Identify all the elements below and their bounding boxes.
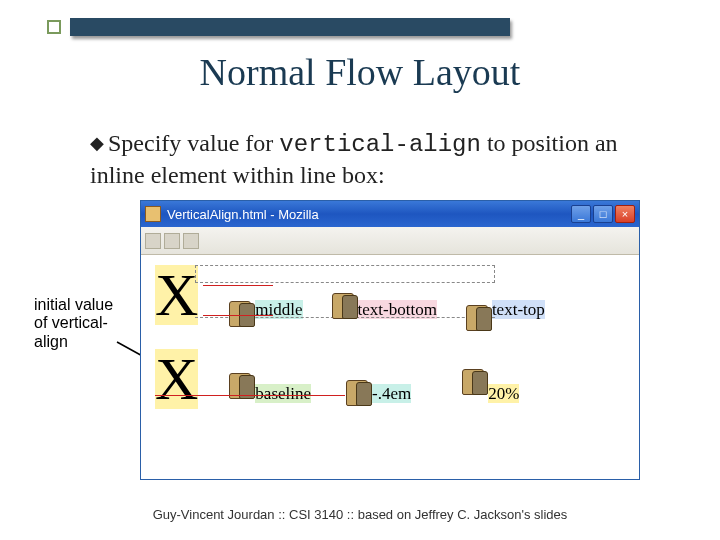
close-button[interactable]: × — [615, 205, 635, 223]
window-controls: _ □ × — [571, 205, 635, 223]
browser-window: VerticalAlign.html - Mozilla _ □ × X mid… — [140, 200, 640, 480]
bag-icon — [227, 295, 255, 327]
big-x: X — [155, 349, 198, 409]
bag-icon — [330, 287, 358, 319]
bullet-marker: ◆ — [90, 133, 104, 153]
bullet-text: ◆Specify value for vertical-align to pos… — [90, 128, 650, 190]
maximize-button[interactable]: □ — [593, 205, 613, 223]
label-baseline: baseline — [255, 384, 311, 403]
bullet-pre: Specify value for — [108, 130, 279, 156]
label-minus-em: -.4em — [372, 384, 411, 403]
window-titlebar: VerticalAlign.html - Mozilla _ □ × — [141, 201, 639, 227]
side-annotation: initial value of vertical-align — [34, 296, 114, 351]
browser-toolbar — [141, 227, 639, 255]
label-middle: middle — [255, 300, 302, 319]
toolbar-button[interactable] — [183, 233, 199, 249]
bullet-code: vertical-align — [279, 131, 481, 158]
slide-footer: Guy-Vincent Jourdan :: CSI 3140 :: based… — [0, 507, 720, 522]
bag-icon — [460, 363, 488, 395]
bag-icon — [344, 374, 372, 406]
example-row-2: X baseline -.4em 20% — [155, 349, 625, 419]
window-title: VerticalAlign.html - Mozilla — [167, 207, 571, 222]
example-row-1: X middle text-bottom text-top — [155, 265, 625, 335]
accent-bar — [70, 18, 510, 36]
accent-square — [47, 20, 61, 34]
label-text-top: text-top — [492, 300, 545, 319]
label-percent: 20% — [488, 384, 519, 403]
toolbar-button[interactable] — [164, 233, 180, 249]
bag-icon — [227, 367, 255, 399]
label-text-bottom: text-bottom — [358, 300, 437, 319]
bag-icon — [464, 299, 492, 331]
big-x: X — [155, 265, 198, 325]
slide-title: Normal Flow Layout — [0, 50, 720, 94]
minimize-button[interactable]: _ — [571, 205, 591, 223]
app-icon — [145, 206, 161, 222]
toolbar-button[interactable] — [145, 233, 161, 249]
page-content: X middle text-bottom text-top X baseline… — [141, 255, 639, 429]
